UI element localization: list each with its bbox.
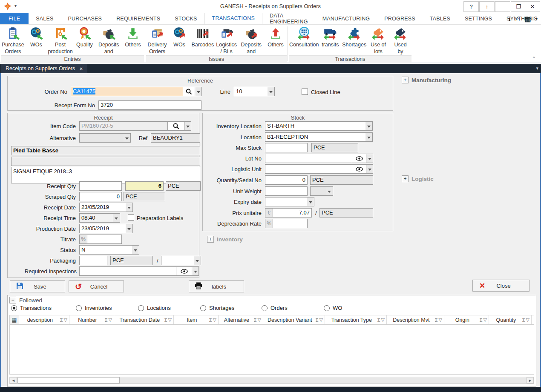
menu-stocks[interactable]: STOCKS xyxy=(167,13,204,24)
calculator-icon[interactable]: ▦ xyxy=(524,15,531,23)
filter-icon[interactable]: ▽ xyxy=(213,317,216,323)
ribbon-button-barcodes[interactable]: Barcodes xyxy=(190,26,215,49)
labels-button[interactable]: labels xyxy=(189,280,244,292)
calculator-arrow-icon[interactable]: ▾ xyxy=(535,17,538,21)
logistic-unit-input[interactable] xyxy=(265,164,352,174)
tab-receipts-on-suppliers-orders[interactable]: Receipts on Suppliers Orders ✕ xyxy=(1,64,87,73)
status-combobox[interactable]: N xyxy=(79,245,132,255)
sum-icon[interactable]: Σ xyxy=(60,318,63,323)
closed-line-checkbox[interactable] xyxy=(302,89,308,95)
max-stock-input[interactable] xyxy=(265,143,308,152)
menu-purchases[interactable]: PURCHASES xyxy=(61,13,109,24)
qty-serial-input[interactable]: 0 xyxy=(265,175,308,185)
menu-tables[interactable]: TABLES xyxy=(423,13,458,24)
pin-button[interactable]: ↑ xyxy=(479,1,495,12)
menu-settings[interactable]: SETTINGS xyxy=(458,13,499,24)
sum-icon[interactable]: Σ xyxy=(209,318,212,323)
ribbon-button-entries-wos[interactable]: WOs xyxy=(25,26,47,49)
manufacturing-expander[interactable]: + Manufacturing xyxy=(402,77,451,83)
line-dropdown[interactable] xyxy=(268,87,275,96)
filter-icon[interactable]: ▽ xyxy=(439,317,442,323)
radio-wo[interactable]: WO xyxy=(324,305,342,311)
sum-icon[interactable]: Σ xyxy=(164,318,167,323)
sum-icon[interactable]: Σ xyxy=(105,318,108,323)
required-inspections-input[interactable] xyxy=(79,266,176,276)
ribbon-button-issues-others[interactable]: Others xyxy=(265,26,287,49)
sum-icon[interactable]: Σ xyxy=(254,318,257,323)
maximize-button[interactable]: ❐ xyxy=(511,1,526,12)
ribbon-button-use-of-lots[interactable]: Use of lots xyxy=(367,26,389,55)
inventory-expander[interactable]: + Inventory xyxy=(207,236,243,243)
menu-data-engineering[interactable]: DATA ENGINEERING xyxy=(262,13,315,24)
expiry-date-dropdown[interactable] xyxy=(307,197,314,206)
depreciation-input[interactable] xyxy=(273,219,308,228)
expiry-date-combobox[interactable] xyxy=(265,197,308,206)
cancel-button[interactable]: ↺ Cancel xyxy=(69,280,124,292)
radio-transactions[interactable]: Transactions xyxy=(11,305,52,311)
titrate-input[interactable] xyxy=(87,235,122,244)
preparation-labels-checkbox[interactable] xyxy=(128,215,134,221)
close-button[interactable]: ✕ Close xyxy=(472,280,529,292)
radio-orders[interactable]: Orders xyxy=(262,305,288,311)
receipt-time-combobox[interactable]: 08:40 xyxy=(79,213,113,223)
lot-no-dropdown[interactable] xyxy=(366,154,373,163)
ribbon-button-shortages[interactable]: Shortages xyxy=(341,26,367,49)
menu-file[interactable]: FILE xyxy=(0,13,29,24)
inventory-location-combobox[interactable]: ST-BARTH xyxy=(265,121,366,131)
expand-icon[interactable]: + xyxy=(402,175,409,182)
ribbon-button-purchase-orders[interactable]: Purchase Orders xyxy=(1,26,25,55)
filter-icon[interactable]: ▽ xyxy=(483,317,487,323)
column-quantity[interactable]: QuantityΣ▽ xyxy=(489,315,532,324)
menu-requirements[interactable]: REQUIREMENTS xyxy=(109,13,167,24)
followed-expander[interactable]: − Followed xyxy=(9,297,42,303)
lot-no-view-button[interactable] xyxy=(352,154,366,163)
expand-icon[interactable]: + xyxy=(207,236,214,243)
collapse-icon[interactable]: − xyxy=(9,297,16,303)
filter-icon[interactable]: ▽ xyxy=(168,317,172,323)
ribbon-button-entries-others[interactable]: Others xyxy=(122,26,144,49)
unit-weight-combobox[interactable] xyxy=(310,186,326,196)
tab-list-arrow-icon[interactable]: ▾ xyxy=(536,66,538,71)
sum-icon[interactable]: Σ xyxy=(480,318,483,323)
item-code-dropdown[interactable] xyxy=(184,121,191,131)
filter-icon[interactable]: ▽ xyxy=(64,317,67,323)
menu-transactions[interactable]: TRANSACTIONS xyxy=(204,13,262,24)
order-no-search-button[interactable] xyxy=(183,87,195,96)
radio-locations[interactable]: Locations xyxy=(138,305,171,311)
sum-icon[interactable]: Σ xyxy=(377,318,380,323)
logistic-unit-dropdown[interactable] xyxy=(366,164,373,174)
column-description[interactable]: descriptionΣ▽ xyxy=(19,315,69,324)
column-item[interactable]: ItemΣ▽ xyxy=(174,315,219,324)
column-number[interactable]: NumberΣ▽ xyxy=(69,315,114,324)
column-alternative[interactable]: AlternativeΣ▽ xyxy=(219,315,263,324)
item-code-input[interactable]: PM160720-5 xyxy=(79,121,168,131)
recept-form-no-input[interactable]: 3720 xyxy=(98,100,201,110)
radio-inventories[interactable]: Inventories xyxy=(76,305,112,311)
scroll-left-icon[interactable]: ◄ xyxy=(10,377,17,383)
horizontal-scrollbar[interactable]: ◄ ► xyxy=(9,377,534,384)
column-transaction-date[interactable]: Transaction DateΣ▽ xyxy=(114,315,174,324)
expand-icon[interactable]: + xyxy=(402,77,409,83)
ribbon-collapse-icon[interactable]: ⌃ xyxy=(532,56,536,61)
scraped-qty-input[interactable]: 0 xyxy=(79,192,122,201)
inventory-location-dropdown[interactable] xyxy=(365,121,373,131)
ribbon-button-delivery-orders[interactable]: Delivery Orders xyxy=(146,26,168,55)
packaging-per-dropdown[interactable] xyxy=(194,256,201,265)
radio-shortages[interactable]: Shortages xyxy=(200,305,234,311)
location-dropdown[interactable] xyxy=(365,132,373,142)
column-description-variant[interactable]: Description VariantΣ▽ xyxy=(263,315,325,324)
scrollbar-thumb[interactable] xyxy=(17,377,120,383)
filter-icon[interactable]: ▽ xyxy=(381,317,385,323)
filter-icon[interactable]: ▽ xyxy=(319,317,323,323)
logistic-expander[interactable]: + Logistic xyxy=(402,175,434,182)
sum-icon[interactable]: Σ xyxy=(435,318,438,323)
alternative-combobox[interactable] xyxy=(79,133,124,143)
order-no-input[interactable]: CA11475 xyxy=(71,87,183,96)
column-transaction-type[interactable]: Transaction TypeΣ▽ xyxy=(325,315,387,324)
ribbon-button-logistics-bls[interactable]: Logistics / BLs xyxy=(215,26,238,55)
column-description-mvt[interactable]: Description MvtΣ▽ xyxy=(387,315,444,324)
ribbon-button-issues-wos[interactable]: WOs xyxy=(168,26,190,49)
receipt-date-combobox[interactable]: 23/05/2019 xyxy=(79,203,126,212)
required-inspections-view-button[interactable] xyxy=(176,266,192,276)
menu-sales[interactable]: SALES xyxy=(29,13,60,24)
